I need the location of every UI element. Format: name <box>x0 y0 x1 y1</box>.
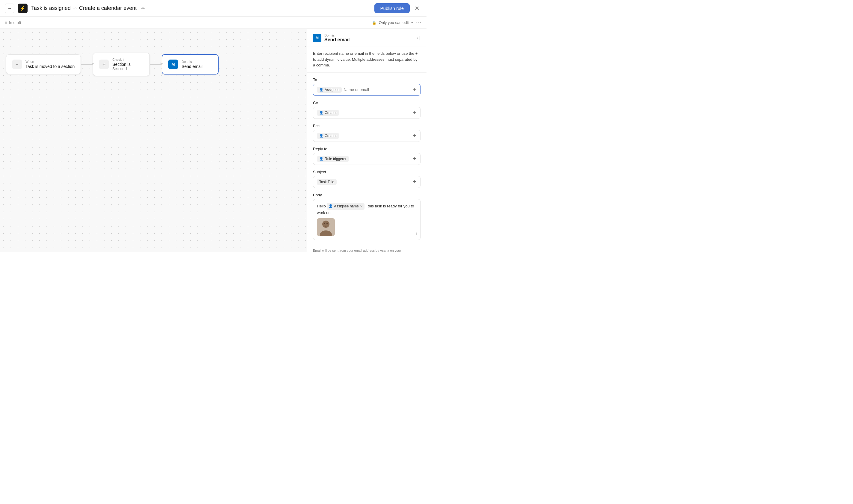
svg-point-1 <box>322 220 329 228</box>
when-node-value: Task is moved to a section <box>25 64 74 69</box>
close-button[interactable]: ✕ <box>412 4 422 13</box>
cc-tag-label: Creator <box>325 111 337 115</box>
body-inline-tag: 👤 Assignee name ✕ <box>327 203 365 210</box>
body-image <box>317 218 335 236</box>
lock-icon: 🔒 <box>372 21 377 25</box>
sub-header: In draft 🔒 Only you can edit ▾ ··· <box>0 17 426 29</box>
panel-title-main: Send email <box>324 37 350 42</box>
bcc-tag-label: Creator <box>325 134 337 138</box>
bcc-add-button[interactable]: + <box>412 132 417 139</box>
subject-tasktitle-tag: Task Title <box>317 179 337 185</box>
checkif-node-text: Check if Section is Section 1 <box>112 58 130 71</box>
publish-button[interactable]: Publish rule <box>375 3 410 13</box>
workflow-canvas: → When Task is moved to a section + Chec… <box>0 29 307 252</box>
to-tag-icon: 👤 <box>319 88 324 92</box>
to-input[interactable] <box>344 87 410 92</box>
workflow-nodes: → When Task is moved to a section + Chec… <box>6 53 219 76</box>
back-button[interactable]: ← <box>5 4 14 13</box>
dothis-node-label: Do this <box>181 60 203 64</box>
body-text: Hello 👤 Assignee name ✕ , this task is r… <box>317 203 417 216</box>
replyto-field[interactable]: 👤 Rule triggerer + <box>313 153 420 165</box>
replyto-field-group: Reply to 👤 Rule triggerer + <box>313 147 420 165</box>
checkif-node[interactable]: + Check if Section is Section 1 <box>93 53 150 76</box>
connector-1 <box>81 64 93 65</box>
cc-add-button[interactable]: + <box>412 110 417 116</box>
collapse-button[interactable]: →| <box>415 35 420 41</box>
to-label: To <box>313 77 420 82</box>
right-panel: M Do this Send email →| Enter recipient … <box>307 29 426 252</box>
checkif-node-icon: + <box>99 59 109 69</box>
to-add-button[interactable]: + <box>412 87 417 93</box>
main-area: → When Task is moved to a section + Chec… <box>0 29 426 252</box>
checkif-node-label: Check if <box>112 58 130 61</box>
bcc-field[interactable]: 👤 Creator + <box>313 130 420 142</box>
page-title: Task is assigned → Create a calendar eve… <box>31 5 137 11</box>
panel-header-left: M Do this Send email <box>313 34 350 42</box>
panel-footer: Email will be sent from your email addre… <box>307 245 426 252</box>
subject-field[interactable]: Task Title + <box>313 176 420 188</box>
checkif-node-value: Section is <box>112 62 130 67</box>
replyto-triggerer-tag: 👤 Rule triggerer <box>317 156 349 162</box>
to-field-group: To 👤 Assignee + <box>313 77 420 96</box>
cc-field[interactable]: 👤 Creator + <box>313 107 420 119</box>
header-left: ← ⚡ Task is assigned → Create a calendar… <box>5 4 145 13</box>
when-node[interactable]: → When Task is moved to a section <box>6 54 81 74</box>
dothis-node-value: Send email <box>181 64 203 69</box>
bcc-creator-tag: 👤 Creator <box>317 133 339 139</box>
panel-description: Enter recipient name or email in the fie… <box>307 47 426 73</box>
edit-icon[interactable]: ✏ <box>141 6 145 11</box>
panel-outlook-icon: M <box>313 34 321 42</box>
panel-header: M Do this Send email →| <box>307 29 426 47</box>
panel-form: To 👤 Assignee + Cc 👤 Creator <box>307 73 426 245</box>
bcc-tag-icon: 👤 <box>319 134 324 138</box>
bolt-icon: ⚡ <box>18 4 28 13</box>
bcc-field-group: Bcc 👤 Creator + <box>313 124 420 142</box>
permission-chevron[interactable]: ▾ <box>411 21 413 24</box>
body-tag-icon: 👤 <box>329 203 333 209</box>
dothis-node-text: Do this Send email <box>181 60 203 69</box>
body-text-before: Hello <box>317 203 326 208</box>
body-tag-remove[interactable]: ✕ <box>360 205 363 208</box>
draft-label: In draft <box>9 20 21 25</box>
when-node-icon: → <box>12 59 22 69</box>
replyto-tag-label: Rule triggerer <box>325 157 347 161</box>
subject-add-button[interactable]: + <box>412 179 417 185</box>
subject-tag-label: Task Title <box>319 180 334 184</box>
app-header: ← ⚡ Task is assigned → Create a calendar… <box>0 0 426 17</box>
to-tag-label: Assignee <box>325 88 340 92</box>
sub-header-right: 🔒 Only you can edit ▾ ··· <box>372 19 422 26</box>
more-options-button[interactable]: ··· <box>415 19 422 26</box>
cc-creator-tag: 👤 Creator <box>317 110 339 116</box>
cc-label: Cc <box>313 101 420 105</box>
replyto-add-button[interactable]: + <box>412 156 417 162</box>
cc-field-group: Cc 👤 Creator + <box>313 101 420 119</box>
draft-dot <box>5 21 7 24</box>
replyto-tag-icon: 👤 <box>319 157 324 161</box>
dothis-node-icon: M <box>168 59 178 69</box>
when-node-label: When <box>25 60 74 64</box>
subject-field-group: Subject Task Title + <box>313 170 420 188</box>
bcc-label: Bcc <box>313 124 420 128</box>
draft-status: In draft <box>5 20 21 25</box>
connector-2 <box>150 64 162 65</box>
body-tag-label: Assignee name <box>334 203 359 209</box>
panel-title-group: Do this Send email <box>324 34 350 42</box>
body-image-svg <box>317 218 335 236</box>
subject-label: Subject <box>313 170 420 174</box>
header-right: Publish rule ✕ <box>375 3 422 13</box>
dothis-node[interactable]: M Do this Send email <box>162 54 219 74</box>
svg-point-4 <box>327 223 328 224</box>
body-add-button[interactable]: + <box>415 231 418 237</box>
to-assignee-tag: 👤 Assignee <box>317 87 342 93</box>
cc-tag-icon: 👤 <box>319 111 324 115</box>
svg-point-3 <box>324 223 325 224</box>
body-label: Body <box>313 193 420 197</box>
body-field-group: Body Hello 👤 Assignee name ✕ , this task… <box>313 193 420 240</box>
back-icon: ← <box>7 6 11 11</box>
panel-subtitle: Do this <box>324 34 350 37</box>
when-node-text: When Task is moved to a section <box>25 60 74 69</box>
checkif-node-subvalue: Section 1 <box>112 67 130 71</box>
to-field[interactable]: 👤 Assignee + <box>313 84 420 96</box>
permission-label: Only you can edit <box>379 20 409 25</box>
body-field[interactable]: Hello 👤 Assignee name ✕ , this task is r… <box>313 199 420 240</box>
